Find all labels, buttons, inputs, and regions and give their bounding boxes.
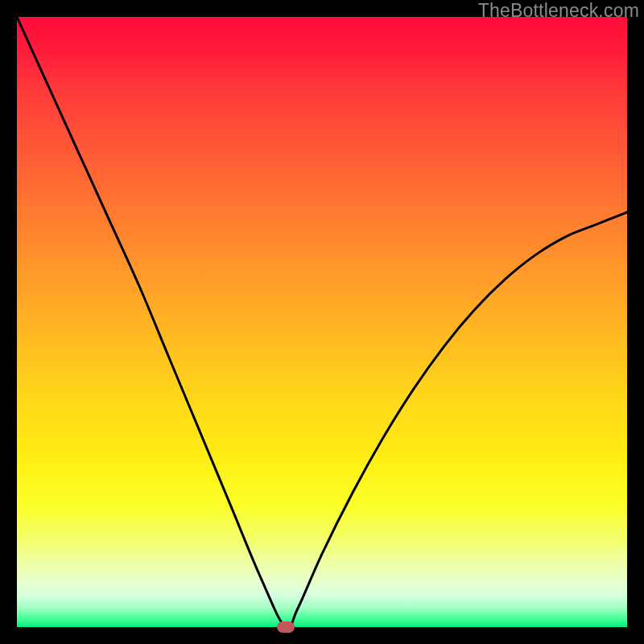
- chart-frame: TheBottleneck.com: [0, 0, 644, 644]
- plot-area: [17, 17, 627, 627]
- curve-svg: [17, 17, 627, 627]
- bottleneck-curve-path: [17, 17, 627, 627]
- min-point-marker: [277, 621, 295, 633]
